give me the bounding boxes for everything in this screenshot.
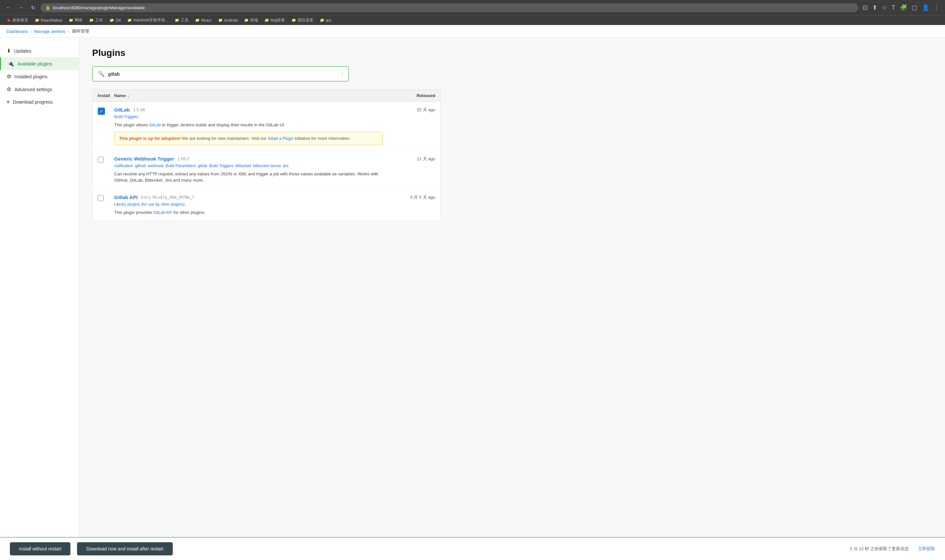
adopt-plugin-link[interactable]: Adopt a Plugin: [268, 136, 294, 141]
search-container: 🔍 /: [92, 66, 349, 82]
plugin-tag-gitlab[interactable]: gitlab: [198, 163, 207, 168]
puzzle-icon[interactable]: 🧩: [899, 3, 908, 12]
bookmark-work[interactable]: 📁 工作: [86, 17, 106, 24]
main-layout: ⬇ Updates 🔌 Available plugins ⚙ Installe…: [0, 38, 945, 560]
bookmark-folder-icon-9: 📁: [244, 18, 249, 22]
menu-icon[interactable]: ⋮: [933, 3, 941, 12]
search-input[interactable]: [108, 71, 338, 77]
address-bar[interactable]: 🔒 localhost:8080/manage/pluginManager/av…: [40, 3, 858, 12]
plugin-version-gitlab: 1.5.36: [133, 107, 145, 112]
bookmark-network[interactable]: 📁 网络: [66, 17, 85, 24]
star-icon[interactable]: ☆: [880, 3, 888, 12]
checkbox-area-gitlab: ✓: [98, 107, 114, 115]
bookmark-frontend[interactable]: 📁 前端: [242, 17, 261, 24]
plugin-tags-gitlab: Build Triggers: [114, 114, 383, 119]
install-without-restart-button[interactable]: Install without restart: [10, 542, 71, 555]
plugin-name-webhook[interactable]: Generic Webhook Trigger: [114, 156, 174, 162]
bookmark-folder-icon-3: 📁: [89, 18, 94, 22]
plugin-name-gitlab[interactable]: GitLab: [114, 107, 130, 112]
share-icon[interactable]: ⬆: [871, 3, 879, 12]
plugin-info-webhook: Generic Webhook Trigger 1.85.2 notificat…: [114, 156, 383, 184]
sidebar-item-installed-plugins-label: Installed plugins: [14, 74, 48, 79]
bookmark-folder-icon-10: 📁: [265, 18, 269, 22]
breadcrumb: Dashboard › Manage Jenkins › 插件管理: [0, 25, 945, 38]
bookmarks-bar: 🔖 新标签页 📁 ReactNative 📁 网络 📁 工作 📁 Git 📁 m…: [0, 15, 945, 25]
bookmark-reactnative[interactable]: 📁 ReactNative: [32, 17, 65, 23]
checkbox-webhook[interactable]: [98, 157, 104, 163]
table-row: Generic Webhook Trigger 1.85.2 notificat…: [92, 151, 440, 189]
available-plugins-icon: 🔌: [8, 60, 14, 67]
plugin-desc-link-gitlab[interactable]: GitLab: [149, 123, 160, 127]
bookmark-macbook[interactable]: 📁 macbook开发环境...: [125, 17, 171, 24]
forward-button[interactable]: →: [17, 3, 26, 12]
bookmark-react[interactable]: 📁 React: [192, 17, 214, 23]
table-header-install: Install: [98, 93, 114, 98]
plugin-name-gitlab-api[interactable]: Gitlab API: [114, 194, 137, 200]
checkbox-area-gitlab-api: [98, 194, 114, 201]
plugins-table: Install Name ↓ Released ✓ GitLab 1.5.36: [92, 89, 441, 221]
fetch-now-link[interactable]: 立即获取: [918, 546, 935, 552]
installed-plugins-icon: ⚙: [6, 73, 11, 80]
bookmark-folder-icon-12: 📁: [320, 18, 325, 22]
plugin-released-webhook: 11 天 ago: [383, 156, 435, 162]
plugin-tag-jira[interactable]: jira: [283, 163, 289, 168]
table-header: Install Name ↓ Released: [92, 90, 440, 102]
bottom-bar: Install without restart Download now and…: [0, 537, 945, 560]
plugin-tag-github[interactable]: github: [135, 163, 146, 168]
back-button[interactable]: ←: [4, 3, 13, 12]
checkbox-area-webhook: [98, 156, 114, 163]
sidebar-item-installed-plugins[interactable]: ⚙ Installed plugins: [0, 70, 78, 83]
translate-icon[interactable]: T: [890, 3, 897, 12]
plugin-tag-webhook[interactable]: webhook: [148, 163, 163, 168]
bookmark-folder-icon-4: 📁: [109, 18, 114, 22]
adoption-notice-strong: This plugin is up for adoption!: [119, 136, 181, 141]
breadcrumb-sep-1: ›: [30, 29, 32, 34]
sidebar-item-advanced-settings-label: Advanced settings: [14, 87, 52, 92]
bookmark-tools[interactable]: 📁 工具: [172, 17, 191, 24]
plugin-tag-bitbucket-server[interactable]: bitbucket-server: [253, 163, 281, 168]
breadcrumb-manage-jenkins[interactable]: Manage Jenkins: [34, 29, 66, 34]
plugin-tag-bitbucket[interactable]: bitbucket: [235, 163, 251, 168]
plugin-tag-build-triggers[interactable]: Build Triggers: [114, 114, 138, 119]
plugin-tag-build-triggers-2[interactable]: Build Triggers: [209, 163, 233, 168]
bookmark-bug[interactable]: 📁 bug排查: [262, 17, 288, 24]
plugin-tag-build-params[interactable]: Build Parameters: [166, 163, 196, 168]
breadcrumb-current: 插件管理: [72, 28, 89, 34]
content-area: Plugins 🔍 / Install Name ↓ Released ✓: [79, 38, 945, 560]
plugin-tag-library[interactable]: Library plugins (for use by other plugin…: [114, 202, 185, 207]
search-icon: 🔍: [98, 71, 105, 77]
plugin-desc-link-gitlab-api[interactable]: GitLab API: [153, 210, 172, 215]
plugin-tag-notification[interactable]: notification: [114, 163, 133, 168]
bookmark-anr[interactable]: 📁 anr: [317, 17, 334, 23]
checkbox-gitlab-api[interactable]: [98, 195, 104, 201]
plugin-tags-webhook: notification github webhook Build Parame…: [114, 163, 383, 168]
bookmark-new-tab[interactable]: 🔖 新标签页: [4, 17, 31, 24]
download-progress-icon: ≡: [6, 99, 9, 105]
plugin-released-gitlab-api: 3 月 5 天 ago: [383, 194, 435, 200]
checkbox-gitlab[interactable]: ✓: [98, 108, 105, 115]
adoption-notice-text: We are looking for new maintainers. Visi…: [182, 136, 268, 141]
bookmark-git[interactable]: 📁 Git: [107, 17, 123, 23]
sidebar-item-advanced-settings[interactable]: ⚙ Advanced settings: [0, 83, 78, 96]
cast-icon[interactable]: ⊡: [862, 3, 869, 12]
bookmark-folder-icon-5: 📁: [127, 18, 132, 22]
sidebar-item-updates[interactable]: ⬇ Updates: [0, 45, 78, 57]
sidebar-item-download-progress[interactable]: ≡ Download progress: [0, 96, 78, 108]
bookmark-folder-icon-2: 📁: [69, 18, 73, 22]
reload-button[interactable]: ↻: [29, 3, 37, 12]
plugin-tags-gitlab-api: Library plugins (for use by other plugin…: [114, 202, 383, 207]
sidebar-item-available-plugins[interactable]: 🔌 Available plugins: [0, 57, 78, 70]
sort-icon: ↓: [127, 93, 129, 98]
bookmark-android[interactable]: 📁 Android: [215, 17, 240, 23]
download-install-after-restart-button[interactable]: Download now and install after restart: [77, 542, 172, 555]
page-title: Plugins: [92, 48, 932, 58]
plugin-info-gitlab: GitLab 1.5.36 Build Triggers This plugin…: [114, 107, 383, 145]
browser-actions: ⊡ ⬆ ☆ T 🧩 ▢ 👤 ⋮: [862, 3, 941, 12]
bookmark-project[interactable]: 📁 项目进度: [289, 17, 316, 24]
table-header-released: Released: [383, 93, 435, 98]
window-icon[interactable]: ▢: [910, 3, 919, 12]
plugin-version-webhook: 1.85.2: [177, 156, 189, 161]
breadcrumb-dashboard[interactable]: Dashboard: [6, 29, 28, 34]
table-header-name[interactable]: Name ↓: [114, 93, 383, 98]
profile-icon[interactable]: 👤: [920, 3, 931, 12]
